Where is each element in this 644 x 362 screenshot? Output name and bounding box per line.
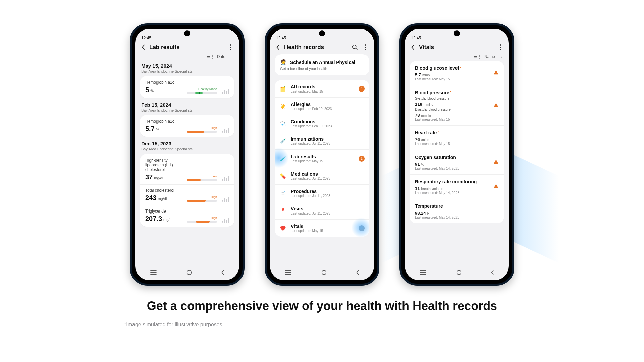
vital-flag-icon: •: [460, 65, 461, 69]
home-button[interactable]: [456, 270, 462, 277]
record-item-procedures[interactable]: 📄ProceduresLast updated: Jul 11, 2023: [275, 185, 369, 202]
mini-chart-icon[interactable]: [222, 88, 229, 94]
mini-chart-icon[interactable]: [222, 196, 229, 202]
vital-title: Respiratory rate monitoring: [415, 179, 477, 184]
record-item-conditions[interactable]: 🩺ConditionsLast updated: Feb 10, 2023: [275, 115, 369, 132]
camera-notch: [184, 30, 190, 36]
search-icon[interactable]: [351, 44, 359, 51]
record-item-all-records[interactable]: 🗂️All recordsLast updated: May 154: [275, 80, 369, 98]
record-item-medications[interactable]: 💊MedicationsLast updated: Jul 11, 2023: [275, 167, 369, 185]
vital-item-blood-glucose-level[interactable]: Blood glucose level•5.7mmol/LLast measur…: [410, 61, 504, 85]
recent-apps-button[interactable]: [419, 270, 427, 277]
disclaimer: *Image simulated for illustrative purpos…: [124, 322, 222, 328]
vital-unit: %: [421, 163, 424, 166]
record-title: Conditions: [291, 119, 365, 124]
record-subtitle: Last updated: May 15: [291, 159, 354, 163]
svg-point-15: [322, 270, 326, 275]
home-button[interactable]: [186, 270, 192, 277]
record-icon: ❤️: [279, 225, 286, 232]
back-button[interactable]: [275, 44, 281, 50]
sort-direction-icon[interactable]: ↓: [501, 54, 503, 59]
vital-item-respiratory-rate-monitoring[interactable]: Respiratory rate monitoring11breaths/min…: [410, 175, 504, 199]
svg-rect-26: [496, 187, 496, 188]
lab-name: Hemoglobin a1c: [145, 119, 181, 124]
recent-apps-button[interactable]: [284, 270, 292, 277]
lab-value: 243: [145, 194, 156, 202]
promo-sub: Get a baseline of your health: [280, 67, 364, 71]
header-lab: Lab results: [135, 41, 239, 54]
sort-row: ☰⋮ Date ↑: [135, 54, 239, 61]
section-provider: Bay Area Endocrine Specialists: [141, 147, 233, 151]
android-navbar: [135, 266, 239, 280]
more-icon[interactable]: [362, 44, 369, 51]
vital-value: 11: [415, 186, 420, 191]
mini-chart-icon[interactable]: [222, 127, 229, 133]
warning-icon: [493, 184, 499, 190]
phone-vitals: 12:45 Vitals ☰⋮ Name ↓ Blood glucose lev…: [399, 23, 514, 286]
record-subtitle: Last updated: Feb 10, 2023: [291, 124, 365, 128]
nav-back-button[interactable]: [221, 270, 225, 277]
range-bar: [187, 92, 217, 94]
back-button[interactable]: [410, 44, 416, 50]
vital-value: 78: [415, 113, 420, 118]
vital-value: 91: [415, 162, 420, 167]
section-date: Dec 15, 2023: [141, 141, 233, 146]
range-bar: [187, 179, 217, 181]
vital-item-oxygen-saturation[interactable]: Oxygen saturation91%Last measured: May 1…: [410, 150, 504, 175]
vitals-list: Blood glucose level•5.7mmol/LLast measur…: [410, 61, 504, 223]
record-item-vitals[interactable]: ❤️VitalsLast updated: May 15: [275, 220, 369, 237]
records-list: 🗂️All recordsLast updated: May 154☀️Alle…: [275, 80, 369, 237]
record-item-visits[interactable]: 📍VisitsLast updated: Jul 11, 2023: [275, 202, 369, 220]
sort-label[interactable]: Name: [484, 54, 495, 59]
range-label: High: [211, 126, 217, 130]
home-button[interactable]: [321, 270, 327, 277]
lab-row: Hemoglobin a1c5.7%High: [145, 119, 229, 133]
marketing-stage: 12:45 Lab results ☰⋮ Date ↑ May 15, 2024…: [0, 0, 644, 362]
mini-chart-icon[interactable]: [222, 217, 229, 223]
recent-apps-button[interactable]: [150, 270, 157, 277]
record-item-lab-results[interactable]: 🧪Lab resultsLast updated: May 151: [275, 150, 369, 167]
lab-card[interactable]: High-density lipoprotein (hdl) cholester…: [140, 154, 234, 227]
mini-chart-icon[interactable]: [222, 175, 229, 181]
vital-item-blood-pressure[interactable]: Blood pressure•Systolic blood pressure11…: [410, 85, 504, 126]
sort-label[interactable]: Date: [217, 54, 225, 59]
record-item-immunizations[interactable]: 💉ImmunizationsLast updated: Jul 11, 2023: [275, 132, 369, 150]
lab-unit: %: [150, 89, 154, 93]
lab-name: Hemoglobin a1c: [145, 80, 181, 85]
more-icon[interactable]: [227, 44, 234, 51]
lab-row: Total cholesterol243mg/dLHigh: [145, 188, 229, 202]
lab-card[interactable]: Hemoglobin a1c5%Healthy range: [140, 76, 234, 98]
range-label: Healthy range: [198, 87, 217, 91]
lab-card[interactable]: Hemoglobin a1c5.7%High: [140, 115, 234, 137]
screen-vitals: 12:45 Vitals ☰⋮ Name ↓ Blood glucose lev…: [405, 29, 509, 280]
back-button[interactable]: [140, 44, 146, 50]
promo-title: Schedule an Annual Physical: [290, 60, 355, 65]
sort-row: ☰⋮ Name ↓: [405, 54, 509, 61]
lab-value: 5.7: [145, 125, 155, 133]
record-title: Medications: [291, 171, 365, 177]
section-date: Feb 15, 2024: [141, 102, 233, 108]
vital-item-temperature[interactable]: Temperature98.24FLast measured: May 14, …: [410, 199, 504, 223]
filter-icon[interactable]: ☰⋮: [474, 54, 482, 59]
record-icon: 🧪: [279, 155, 286, 162]
svg-point-30: [457, 270, 461, 275]
record-item-allergies[interactable]: ☀️AllergiesLast updated: Feb 10, 2023: [275, 98, 369, 115]
record-icon: 🩺: [279, 120, 286, 127]
lab-name: High-density lipoprotein (hdl) cholester…: [145, 158, 181, 172]
svg-point-0: [230, 44, 231, 46]
nav-back-button[interactable]: [491, 270, 494, 277]
page-title: Vitals: [419, 44, 493, 51]
vital-flag-icon: •: [437, 130, 439, 134]
lab-row: High-density lipoprotein (hdl) cholester…: [145, 158, 229, 181]
filter-icon[interactable]: ☰⋮: [207, 54, 214, 59]
nav-back-button[interactable]: [356, 270, 360, 277]
section-date: May 15, 2024: [141, 63, 233, 69]
vital-item-heart-rate[interactable]: Heart rate•76/minsLast measured: May 15: [410, 126, 504, 150]
vital-value: 98.24: [415, 210, 426, 216]
promo-card[interactable]: 🧑‍⚕️ Schedule an Annual Physical Get a b…: [275, 54, 369, 75]
vital-last-measured: Last measured: May 15: [415, 142, 499, 146]
record-icon: ☀️: [279, 103, 286, 110]
vital-title: Temperature: [415, 203, 443, 209]
sort-direction-icon[interactable]: ↑: [231, 54, 233, 59]
more-icon[interactable]: [497, 44, 504, 51]
